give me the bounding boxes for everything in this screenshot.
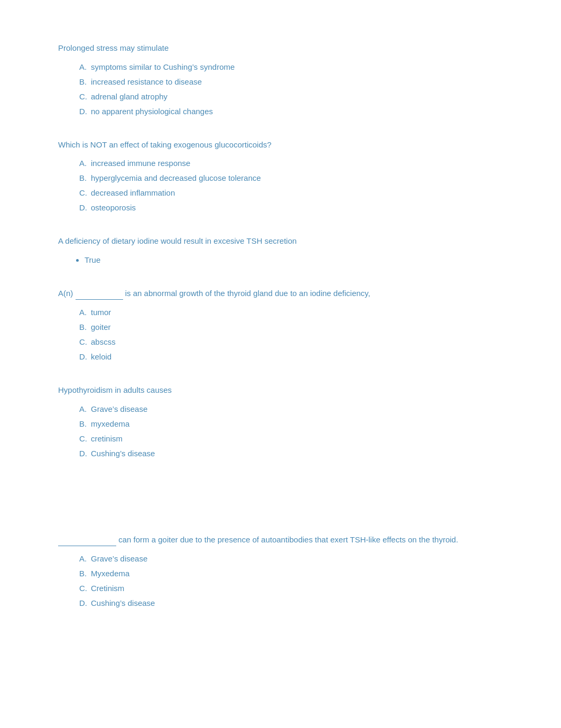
list-item: B.increased resistance to disease bbox=[79, 76, 508, 88]
list-item: D.keloid bbox=[79, 351, 508, 363]
list-item: D.no apparent physiological changes bbox=[79, 105, 508, 118]
question-4-options: A.tumor B.goiter C.abscss D.keloid bbox=[58, 306, 508, 363]
option-label: B. bbox=[79, 76, 91, 88]
list-item: A.symptoms similar to Cushing’s syndrome bbox=[79, 61, 508, 73]
option-text: abscss bbox=[91, 337, 116, 346]
option-label: B. bbox=[79, 172, 91, 185]
question-5-text: Hypothyroidism in adults causes bbox=[58, 384, 508, 397]
option-text: hyperglycemia and decreased glucose tole… bbox=[91, 173, 261, 182]
option-label: C. bbox=[79, 90, 91, 103]
list-item: B.myxedema bbox=[79, 418, 508, 430]
option-text: increased resistance to disease bbox=[91, 77, 202, 86]
question-1-options: A.symptoms similar to Cushing’s syndrome… bbox=[58, 61, 508, 118]
option-label: B. bbox=[79, 418, 91, 430]
option-label: B. bbox=[79, 321, 91, 334]
question-4-blank bbox=[76, 288, 123, 300]
option-label: A. bbox=[79, 306, 91, 319]
option-text: tumor bbox=[91, 308, 111, 317]
list-item: A.Grave’s disease bbox=[79, 403, 508, 416]
option-text: Cushing’s disease bbox=[91, 598, 155, 607]
option-label: D. bbox=[79, 351, 91, 363]
question-1: Prolonged stress may stimulate A.symptom… bbox=[58, 42, 508, 118]
list-item: A.tumor bbox=[79, 306, 508, 319]
question-6: can form a goiter due to the presence of… bbox=[58, 534, 508, 610]
list-item: A.Grave’s disease bbox=[79, 552, 508, 565]
question-6-text: can form a goiter due to the presence of… bbox=[58, 534, 508, 547]
option-text: Grave’s disease bbox=[91, 554, 147, 563]
option-text: increased immune response bbox=[91, 159, 190, 168]
spacer bbox=[58, 481, 508, 534]
option-label: C. bbox=[79, 336, 91, 348]
question-5-options: A.Grave’s disease B.myxedema C.cretinism… bbox=[58, 403, 508, 460]
question-4-before: A(n) bbox=[58, 289, 73, 298]
list-item: C.adrenal gland atrophy bbox=[79, 90, 508, 103]
question-2: Which is NOT an effect of taking exogeno… bbox=[58, 139, 508, 215]
option-label: D. bbox=[79, 447, 91, 460]
list-item: D.Cushing’s disease bbox=[79, 597, 508, 610]
option-text: Cushing’s disease bbox=[91, 449, 155, 458]
list-item: A.increased immune response bbox=[79, 157, 508, 170]
question-5: Hypothyroidism in adults causes A.Grave’… bbox=[58, 384, 508, 460]
option-text: osteoporosis bbox=[91, 203, 136, 212]
option-label: A. bbox=[79, 157, 91, 170]
question-2-options: A.increased immune response B.hyperglyce… bbox=[58, 157, 508, 214]
option-text: decreased inflammation bbox=[91, 188, 175, 197]
list-item: C.abscss bbox=[79, 336, 508, 348]
question-1-text: Prolonged stress may stimulate bbox=[58, 42, 508, 54]
option-text: adrenal gland atrophy bbox=[91, 92, 167, 101]
list-item: B.goiter bbox=[79, 321, 508, 334]
question-6-blank bbox=[58, 534, 116, 547]
list-item: D.Cushing’s disease bbox=[79, 447, 508, 460]
option-label: D. bbox=[79, 201, 91, 214]
option-label: C. bbox=[79, 582, 91, 595]
option-label: C. bbox=[79, 187, 91, 199]
option-text: Grave’s disease bbox=[91, 404, 147, 413]
option-text: keloid bbox=[91, 352, 111, 361]
question-4-after: is an abnormal growth of the thyroid gla… bbox=[125, 289, 370, 298]
list-item: D.osteoporosis bbox=[79, 201, 508, 214]
option-label: B. bbox=[79, 567, 91, 580]
question-3: A deficiency of dietary iodine would res… bbox=[58, 235, 508, 266]
list-item: C.Cretinism bbox=[79, 582, 508, 595]
option-text: no apparent physiological changes bbox=[91, 107, 213, 116]
option-label: A. bbox=[79, 61, 91, 73]
option-label: A. bbox=[79, 403, 91, 416]
option-label: C. bbox=[79, 432, 91, 445]
option-text: goiter bbox=[91, 322, 111, 331]
list-item: C.cretinism bbox=[79, 432, 508, 445]
question-6-after: can form a goiter due to the presence of… bbox=[118, 535, 458, 544]
question-6-options: A.Grave’s disease B.Myxedema C.Cretinism… bbox=[58, 552, 508, 610]
list-item: True bbox=[85, 254, 508, 266]
option-label: D. bbox=[79, 105, 91, 118]
question-2-text: Which is NOT an effect of taking exogeno… bbox=[58, 139, 508, 151]
list-item: C.decreased inflammation bbox=[79, 187, 508, 199]
list-item: B.Myxedema bbox=[79, 567, 508, 580]
option-label: A. bbox=[79, 552, 91, 565]
question-4: A(n) is an abnormal growth of the thyroi… bbox=[58, 288, 508, 364]
option-text: symptoms similar to Cushing’s syndrome bbox=[91, 62, 235, 71]
option-text: Myxedema bbox=[91, 569, 129, 578]
question-4-text: A(n) is an abnormal growth of the thyroi… bbox=[58, 288, 508, 300]
option-label: D. bbox=[79, 597, 91, 610]
option-text: cretinism bbox=[91, 434, 123, 443]
option-text: myxedema bbox=[91, 419, 129, 428]
question-3-text: A deficiency of dietary iodine would res… bbox=[58, 235, 508, 247]
question-3-options: True bbox=[58, 254, 508, 266]
option-text: Cretinism bbox=[91, 584, 124, 593]
list-item: B.hyperglycemia and decreased glucose to… bbox=[79, 172, 508, 185]
